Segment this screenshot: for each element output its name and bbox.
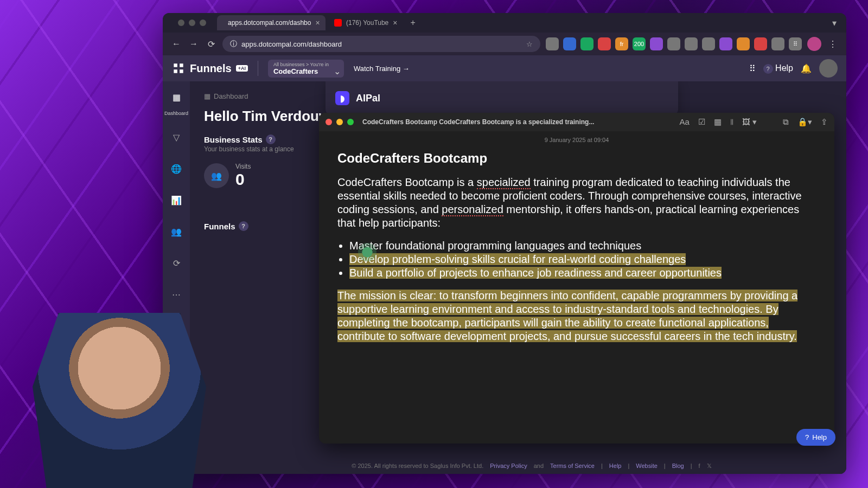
format-icon[interactable]: Aa <box>679 117 689 127</box>
browser-tab-active[interactable]: apps.dotcompal.com/dashbo × <box>217 15 326 30</box>
sidebar-item-globe[interactable]: 🌐 <box>166 158 187 179</box>
sidebar-item-team[interactable]: 👥 <box>166 221 187 242</box>
table-icon[interactable]: ▦ <box>714 117 722 127</box>
tab-title: apps.dotcompal.com/dashbo <box>228 19 311 27</box>
sidebar-item-history[interactable]: ⟳ <box>166 253 187 273</box>
visits-value: 0 <box>235 170 251 189</box>
notes-bullets: Master foundational programming language… <box>337 240 816 279</box>
help-button[interactable]: ? Help <box>763 63 793 74</box>
workspace-hint: All businesses > You're in <box>273 62 339 67</box>
brand-logo[interactable]: Funnels +AI <box>171 61 248 75</box>
blog-link[interactable]: Blog <box>672 463 684 469</box>
sidebar-item-dashboard[interactable]: ▦ <box>166 87 187 107</box>
workspace-selector[interactable]: All businesses > You're in CodeCrafters … <box>268 60 344 78</box>
browser-tab[interactable]: (176) YouTube × <box>328 15 404 30</box>
help-bubble[interactable]: ? Help <box>796 429 835 446</box>
extension-icon[interactable] <box>771 37 784 50</box>
tab-title: (176) YouTube <box>346 19 388 27</box>
aipal-title: AIPal <box>356 93 380 104</box>
profile-avatar[interactable] <box>807 37 821 51</box>
list-item: Develop problem-solving skills crucial f… <box>349 253 816 266</box>
maximize-icon[interactable] <box>347 119 354 125</box>
forward-button[interactable]: → <box>188 39 200 49</box>
watch-training-link[interactable]: Watch Training → <box>354 65 410 73</box>
notes-body[interactable]: 9 January 2025 at 09:04 CodeCrafters Boo… <box>319 131 834 444</box>
notes-window: CodeCrafters Bootcamp CodeCrafters Bootc… <box>319 113 834 444</box>
website-link[interactable]: Website <box>636 463 658 469</box>
spellcheck-underline: personalized <box>442 203 503 216</box>
chevron-down-icon: ⌄ <box>334 66 341 76</box>
reload-button[interactable]: ⟳ <box>205 39 217 49</box>
favicon <box>334 19 342 27</box>
extension-icon[interactable] <box>737 37 750 50</box>
question-icon: ? <box>805 433 809 441</box>
extension-icon[interactable] <box>702 37 715 50</box>
webcam-overlay <box>33 304 206 488</box>
extension-icon[interactable] <box>598 37 611 50</box>
extension-icon[interactable]: fr <box>615 37 628 50</box>
media-icon[interactable]: 🖼 ▾ <box>742 117 757 127</box>
back-button[interactable]: ← <box>170 39 182 49</box>
divider <box>258 61 258 76</box>
list-item: Master foundational programming language… <box>349 240 816 252</box>
share-icon[interactable]: ⇪ <box>821 117 828 127</box>
site-info-icon[interactable]: ⓘ <box>230 39 237 49</box>
audio-icon[interactable]: ⦀ <box>730 117 733 127</box>
link-icon[interactable]: ⧉ <box>783 117 789 127</box>
extension-icon[interactable] <box>754 37 767 50</box>
apps-grid-icon[interactable]: ⠿ <box>749 63 756 74</box>
notes-toolbar: Aa ☑ ▦ ⦀ 🖼 ▾ ⧉ 🔒▾ ⇪ <box>679 117 828 127</box>
extension-icon[interactable]: 200 <box>633 37 646 50</box>
aipal-panel: ◗ AIPal <box>326 81 678 115</box>
notes-titlebar[interactable]: CodeCrafters Bootcamp CodeCrafters Bootc… <box>319 113 834 131</box>
grid-icon: ▦ <box>204 92 210 100</box>
sidebar-item-more[interactable]: ⋯ <box>166 284 187 305</box>
extension-icon[interactable] <box>685 37 698 50</box>
help-link[interactable]: Help <box>609 463 622 469</box>
extension-icon[interactable] <box>667 37 680 50</box>
extension-icon[interactable] <box>563 37 576 50</box>
sidebar-item-funnels[interactable]: ▽ <box>166 127 187 147</box>
notes-paragraph-1: CodeCrafters Bootcamp is a specialized t… <box>337 176 816 230</box>
chevron-down-icon[interactable]: ▾ <box>829 15 840 31</box>
presenter-face <box>33 304 206 488</box>
bell-icon[interactable]: 🔔 <box>801 63 812 74</box>
puzzle-icon[interactable]: ⠿ <box>789 37 802 50</box>
extension-icon[interactable] <box>650 37 663 50</box>
info-icon[interactable]: ? <box>239 221 248 231</box>
info-icon[interactable]: ? <box>266 134 276 144</box>
list-item: Build a portfolio of projects to enhance… <box>349 267 816 279</box>
extension-icon[interactable] <box>580 37 593 50</box>
terms-link[interactable]: Terms of Service <box>550 463 595 469</box>
aipal-logo-icon: ◗ <box>335 91 349 105</box>
extension-icon[interactable] <box>546 37 559 50</box>
new-tab-button[interactable]: + <box>406 18 419 28</box>
url-input[interactable]: ⓘ apps.dotcompal.com/dashboard ☆ <box>222 36 540 52</box>
footer: © 2025. All rights reserved to Saglus In… <box>217 458 846 474</box>
close-icon[interactable]: × <box>393 18 397 27</box>
text-selection: Develop problem-solving skills crucial f… <box>349 253 686 265</box>
user-avatar[interactable] <box>819 59 838 78</box>
checklist-icon[interactable]: ☑ <box>698 117 705 127</box>
bookmark-icon[interactable]: ☆ <box>526 40 533 48</box>
privacy-link[interactable]: Privacy Policy <box>490 463 527 469</box>
sidebar-item-analytics[interactable]: 📊 <box>166 190 187 210</box>
x-icon[interactable]: 𝕏 <box>707 463 712 470</box>
brand-tag: +AI <box>236 65 248 72</box>
spellcheck-underline: specialized <box>477 176 531 189</box>
url-text: apps.dotcompal.com/dashboard <box>241 40 342 48</box>
app-header: Funnels +AI All businesses > You're in C… <box>163 55 846 81</box>
close-icon[interactable]: × <box>315 18 320 27</box>
lock-icon[interactable]: 🔒▾ <box>797 117 812 127</box>
notes-heading: CodeCrafters Bootcamp <box>337 151 816 166</box>
close-icon[interactable] <box>326 119 332 125</box>
visits-icon: 👥 <box>204 163 229 188</box>
menu-icon[interactable]: ⋮ <box>827 39 839 49</box>
facebook-icon[interactable]: f <box>699 463 700 469</box>
visits-label: Visits <box>235 163 251 170</box>
window-controls[interactable] <box>326 119 354 125</box>
minimize-icon[interactable] <box>336 119 343 125</box>
workspace-name: CodeCrafters <box>273 67 339 75</box>
window-controls[interactable] <box>169 14 215 31</box>
extension-icon[interactable] <box>719 37 732 50</box>
